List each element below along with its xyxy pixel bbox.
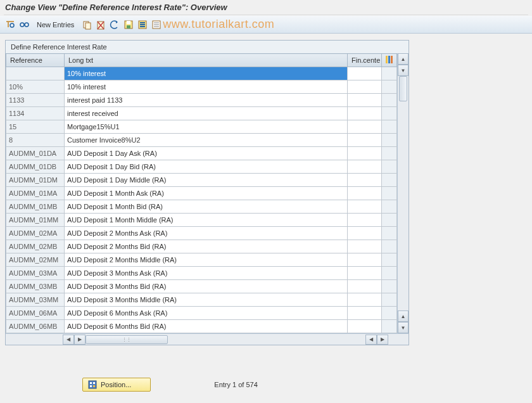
long-text-cell[interactable]: AUD Deposit 2 Months Middle (RA) (65, 253, 348, 267)
long-text-cell[interactable]: AUD Deposit 3 Months Bid (RA) (65, 280, 348, 293)
long-text-cell[interactable]: AUD Deposit 3 Months Ask (RA) (65, 267, 348, 280)
long-text-cell[interactable]: interest received (65, 107, 348, 120)
column-header-long-txt[interactable]: Long txt (65, 54, 348, 67)
table-row[interactable]: AUDMM_02MAAUD Deposit 2 Months Ask (RA) (6, 227, 397, 240)
fin-center-cell[interactable] (348, 200, 382, 214)
long-text-cell[interactable]: AUD Deposit 2 Months Bid (RA) (65, 240, 348, 253)
fin-center-cell[interactable] (348, 253, 382, 267)
long-text-cell[interactable]: AUD Deposit 1 Month Ask (RA) (65, 187, 348, 200)
reference-cell[interactable]: 15 (6, 120, 65, 134)
fin-center-cell[interactable] (348, 80, 382, 94)
vertical-scrollbar[interactable]: ▲ ▼ ▲ ▼ (397, 53, 408, 333)
vscroll-thumb[interactable] (399, 76, 407, 101)
hscroll-left-button[interactable]: ◀ (63, 335, 74, 345)
copy-icon[interactable] (82, 20, 92, 30)
table-row[interactable]: AUDMM_02MBAUD Deposit 2 Months Bid (RA) (6, 240, 397, 253)
fin-center-cell[interactable] (348, 174, 382, 187)
long-text-cell[interactable]: AUD Deposit 6 Months Bid (RA) (65, 320, 348, 333)
fin-center-cell[interactable] (348, 120, 382, 134)
reference-cell[interactable]: 1134 (6, 107, 65, 120)
reference-cell[interactable]: AUDMM_03MA (6, 267, 65, 280)
fin-center-cell[interactable] (348, 147, 382, 160)
reference-cell[interactable]: AUDMM_01DA (6, 147, 65, 160)
position-button[interactable]: Position... (82, 378, 151, 392)
long-text-cell[interactable]: AUD Deposit 3 Months Middle (RA) (65, 293, 348, 307)
long-text-cell[interactable]: AUD Deposit 2 Months Ask (RA) (65, 227, 348, 240)
fin-center-cell[interactable] (348, 240, 382, 253)
scroll-down-button[interactable]: ▼ (398, 322, 408, 333)
long-text-cell[interactable]: AUD Deposit 1 Day Ask (RA) (65, 147, 348, 160)
scroll-down-page-button[interactable]: ▲ (398, 310, 408, 322)
fin-center-cell[interactable] (348, 267, 382, 280)
table-row[interactable]: AUDMM_06MAAUD Deposit 6 Months Ask (RA) (6, 307, 397, 320)
table-row[interactable]: 1134interest received (6, 107, 397, 120)
reference-cell[interactable]: AUDMM_01MA (6, 187, 65, 200)
long-text-cell[interactable]: Customer Invoice8%U2 (65, 134, 348, 147)
fin-center-cell[interactable] (348, 94, 382, 107)
table-row[interactable]: AUDMM_01MAAUD Deposit 1 Month Ask (RA) (6, 187, 397, 200)
fin-center-cell[interactable] (348, 293, 382, 307)
scroll-up-button[interactable]: ▲ (398, 53, 408, 65)
reference-cell[interactable]: 1133 (6, 94, 65, 107)
table-row[interactable]: AUDMM_01DMAUD Deposit 1 Day Middle (RA) (6, 174, 397, 187)
fin-center-cell[interactable] (348, 320, 382, 333)
table-row[interactable]: AUDMM_02MMAUD Deposit 2 Months Middle (R… (6, 253, 397, 267)
select-all-icon[interactable] (137, 20, 148, 30)
column-header-fin-center[interactable]: Fin.cente (348, 54, 382, 67)
fin-center-cell[interactable] (348, 67, 382, 80)
fin-center-cell[interactable] (348, 214, 382, 227)
table-row[interactable]: AUDMM_01DBAUD Deposit 1 Day Bid (RA) (6, 160, 397, 174)
table-row[interactable]: 10%10% interest (6, 80, 397, 94)
hscroll-track[interactable] (86, 335, 303, 345)
reference-cell[interactable]: AUDMM_06MA (6, 307, 65, 320)
column-header-reference[interactable]: Reference (6, 54, 65, 67)
long-text-cell[interactable]: interest paid 1133 (65, 94, 348, 107)
table-row[interactable]: AUDMM_01DAAUD Deposit 1 Day Ask (RA) (6, 147, 397, 160)
horizontal-scrollbar[interactable]: ◀ ▶ ◀ ▶ (6, 333, 408, 345)
long-text-cell[interactable]: 10% interest (65, 67, 348, 80)
glasses-icon[interactable] (19, 20, 29, 30)
reference-cell[interactable]: 8 (6, 134, 65, 147)
reference-cell[interactable]: AUDMM_03MM (6, 293, 65, 307)
long-text-cell[interactable]: AUD Deposit 1 Month Middle (RA) (65, 214, 348, 227)
long-text-cell[interactable]: AUD Deposit 1 Day Middle (RA) (65, 174, 348, 187)
long-text-cell[interactable]: AUD Deposit 1 Day Bid (RA) (65, 160, 348, 174)
reference-cell[interactable]: AUDMM_01DB (6, 160, 65, 174)
long-text-cell[interactable]: 10% interest (65, 80, 348, 94)
long-text-cell[interactable]: AUD Deposit 1 Month Bid (RA) (65, 200, 348, 214)
table-row[interactable]: AUDMM_03MMAUD Deposit 3 Months Middle (R… (6, 293, 397, 307)
table-row[interactable]: 1133interest paid 1133 (6, 94, 397, 107)
table-row[interactable]: 15Mortgage15%U1 (6, 120, 397, 134)
reference-cell[interactable]: AUDMM_02MM (6, 253, 65, 267)
long-text-cell[interactable]: Mortgage15%U1 (65, 120, 348, 134)
reference-cell[interactable]: AUDMM_01DM (6, 174, 65, 187)
hscroll-thumb[interactable] (86, 335, 168, 344)
fin-center-cell[interactable] (348, 280, 382, 293)
table-row[interactable]: AUDMM_06MBAUD Deposit 6 Months Bid (RA) (6, 320, 397, 333)
hscroll-right-button-2[interactable]: ▶ (377, 335, 388, 345)
table-row[interactable]: AUDMM_03MAAUD Deposit 3 Months Ask (RA) (6, 267, 397, 280)
fin-center-cell[interactable] (348, 307, 382, 320)
table-row[interactable]: AUDMM_01MBAUD Deposit 1 Month Bid (RA) (6, 200, 397, 214)
deselect-all-icon[interactable] (151, 20, 162, 30)
table-row[interactable]: 8Customer Invoice8%U2 (6, 134, 397, 147)
fin-center-cell[interactable] (348, 107, 382, 120)
save-icon[interactable] (124, 20, 134, 30)
reference-cell[interactable]: AUDMM_01MB (6, 200, 65, 214)
long-text-cell[interactable]: AUD Deposit 6 Months Ask (RA) (65, 307, 348, 320)
reference-cell[interactable]: AUDMM_03MB (6, 280, 65, 293)
fin-center-cell[interactable] (348, 187, 382, 200)
reference-cell[interactable]: AUDMM_06MB (6, 320, 65, 333)
reference-cell[interactable]: AUDMM_02MA (6, 227, 65, 240)
toggle-display-icon[interactable] (5, 20, 15, 30)
table-row[interactable]: 10% interest (6, 67, 397, 80)
new-entries-button[interactable]: New Entries (33, 21, 78, 29)
hscroll-right-button[interactable]: ▶ (74, 335, 86, 345)
column-config-button[interactable] (382, 54, 397, 67)
reference-cell[interactable] (6, 67, 65, 80)
delete-icon[interactable] (96, 20, 106, 30)
vscroll-track[interactable] (398, 76, 408, 310)
reference-cell[interactable]: AUDMM_01MM (6, 214, 65, 227)
table-row[interactable]: AUDMM_01MMAUD Deposit 1 Month Middle (RA… (6, 214, 397, 227)
undo-icon[interactable] (110, 20, 120, 30)
